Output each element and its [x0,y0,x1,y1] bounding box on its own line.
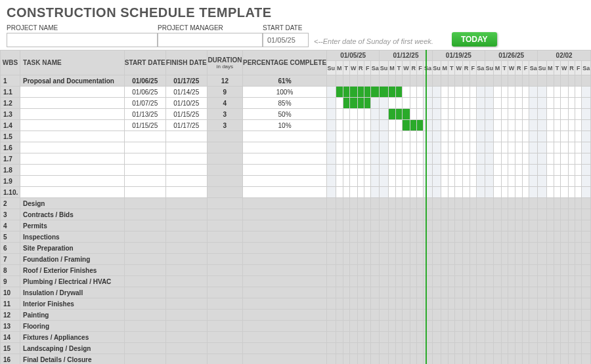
gantt-cell[interactable] [485,142,494,153]
gantt-cell[interactable] [554,243,560,254]
gantt-cell[interactable] [343,332,349,343]
gantt-cell[interactable] [582,131,591,142]
gantt-cell[interactable] [485,287,494,298]
gantt-cell[interactable] [455,343,463,354]
gantt-cell[interactable] [529,198,538,209]
gantt-cell[interactable] [515,198,523,209]
gantt-cell[interactable] [523,209,529,220]
gantt-cell[interactable] [380,109,389,120]
wbs-cell[interactable]: 2 [1,198,20,209]
gantt-cell[interactable] [546,142,554,153]
gantt-cell[interactable] [357,254,364,265]
gantt-cell[interactable] [364,165,371,176]
gantt-cell[interactable] [441,321,449,332]
gantt-cell[interactable] [515,142,523,153]
gantt-cell[interactable] [343,265,349,276]
gantt-cell[interactable] [371,153,380,165]
gantt-cell[interactable] [515,232,523,243]
task-cell[interactable]: Flooring [20,321,125,332]
gantt-cell[interactable] [494,332,501,343]
pct-cell[interactable] [243,276,327,287]
finish-cell[interactable] [165,276,207,287]
gantt-cell[interactable] [432,187,441,198]
today-button[interactable]: TODAY [452,32,497,47]
gantt-cell[interactable] [582,209,591,220]
gantt-cell[interactable] [410,354,417,365]
gantt-cell[interactable] [432,198,441,209]
gantt-cell[interactable] [364,220,371,232]
gantt-cell[interactable] [575,120,582,131]
gantt-cell[interactable] [476,243,485,254]
gantt-cell[interactable] [410,142,417,153]
gantt-cell[interactable] [357,87,364,98]
gantt-cell[interactable] [403,287,410,298]
gantt-cell[interactable] [327,232,336,243]
gantt-cell[interactable] [357,265,364,276]
gantt-cell[interactable] [501,176,508,187]
gantt-cell[interactable] [538,142,547,153]
wbs-cell[interactable]: 7 [1,254,20,265]
task-cell[interactable] [20,176,125,187]
gantt-cell[interactable] [410,87,417,98]
gantt-cell[interactable] [546,198,554,209]
gantt-cell[interactable] [568,153,575,165]
start-cell[interactable] [124,187,165,198]
gantt-cell[interactable] [455,98,463,109]
gantt-cell[interactable] [538,298,547,310]
gantt-cell[interactable] [463,343,470,354]
gantt-cell[interactable] [349,176,357,187]
gantt-cell[interactable] [560,276,568,287]
gantt-cell[interactable] [349,287,357,298]
gantt-cell[interactable] [485,165,494,176]
gantt-cell[interactable] [403,142,410,153]
gantt-cell[interactable] [343,321,349,332]
gantt-cell[interactable] [449,198,455,209]
gantt-cell[interactable] [546,187,554,198]
gantt-cell[interactable] [441,220,449,232]
gantt-cell[interactable] [546,298,554,310]
gantt-cell[interactable] [546,321,554,332]
gantt-cell[interactable] [364,120,371,131]
gantt-cell[interactable] [449,165,455,176]
wbs-cell[interactable]: 15 [1,343,20,354]
gantt-cell[interactable] [485,276,494,287]
task-cell[interactable]: Inspections [20,232,125,243]
gantt-cell[interactable] [449,75,455,87]
gantt-cell[interactable] [523,332,529,343]
gantt-cell[interactable] [546,153,554,165]
gantt-cell[interactable] [455,287,463,298]
gantt-cell[interactable] [410,165,417,176]
gantt-cell[interactable] [463,75,470,87]
gantt-cell[interactable] [554,153,560,165]
gantt-cell[interactable] [371,209,380,220]
finish-cell[interactable] [165,332,207,343]
gantt-cell[interactable] [508,87,515,98]
gantt-cell[interactable] [357,109,364,120]
gantt-cell[interactable] [327,287,336,298]
gantt-cell[interactable] [432,232,441,243]
gantt-cell[interactable] [336,343,343,354]
gantt-cell[interactable] [349,343,357,354]
gantt-cell[interactable] [396,343,403,354]
gantt-cell[interactable] [388,343,395,354]
gantt-cell[interactable] [560,142,568,153]
gantt-cell[interactable] [529,120,538,131]
gantt-cell[interactable] [371,198,380,209]
start-cell[interactable] [124,254,165,265]
gantt-cell[interactable] [424,142,432,153]
gantt-cell[interactable] [501,131,508,142]
gantt-cell[interactable] [403,165,410,176]
gantt-cell[interactable] [455,310,463,321]
gantt-cell[interactable] [529,187,538,198]
gantt-cell[interactable] [388,332,395,343]
gantt-cell[interactable] [410,298,417,310]
gantt-cell[interactable] [403,220,410,232]
gantt-cell[interactable] [582,310,591,321]
dur-cell[interactable]: 9 [207,87,242,98]
gantt-cell[interactable] [424,198,432,209]
gantt-cell[interactable] [343,287,349,298]
gantt-cell[interactable] [357,98,364,109]
gantt-cell[interactable] [485,198,494,209]
dur-cell[interactable] [207,332,242,343]
gantt-cell[interactable] [424,120,432,131]
